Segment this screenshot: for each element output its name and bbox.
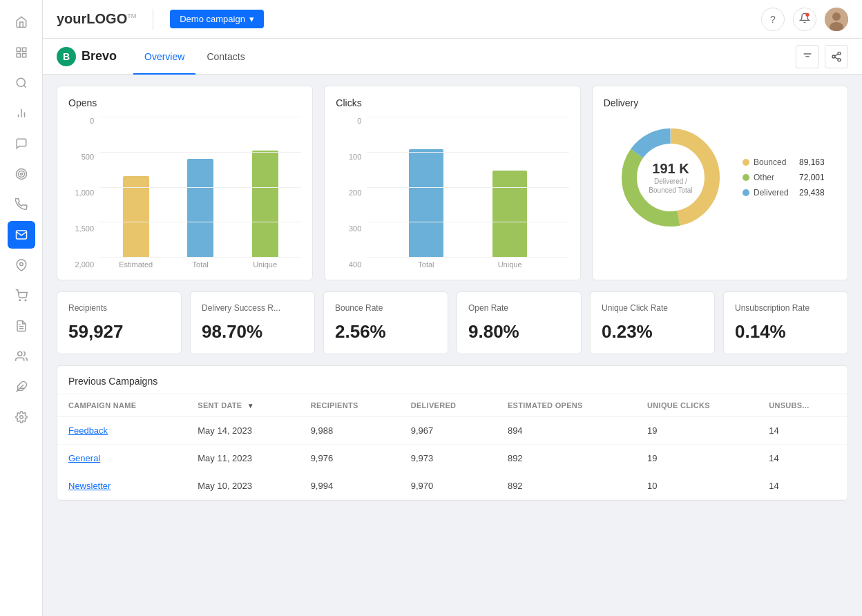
cell-recipients: 9,976	[300, 445, 400, 472]
demo-campaign-label: Demo campaign	[180, 14, 245, 24]
charts-row: Opens 2,000 1,500 1,000 500 0	[57, 86, 848, 280]
delivery-chart-title: Delivery	[604, 97, 836, 108]
stat-recipients: Recipients 59,927	[57, 291, 182, 354]
clicks-chart-title: Clicks	[336, 97, 568, 108]
legend-dot-delivered	[743, 189, 749, 196]
sidebar-item-chart[interactable]	[8, 99, 35, 127]
donut-chart: 191 K Delivered /Bounced Total	[615, 122, 726, 233]
share-button[interactable]	[825, 45, 848, 68]
cell-sent-date: May 11, 2023	[186, 445, 299, 472]
delivery-chart-card: Delivery	[592, 86, 848, 280]
sidebar-item-home[interactable]	[8, 8, 35, 36]
stat-unsub-rate: Unsubscription Rate 0.14%	[723, 291, 848, 354]
svg-point-11	[20, 173, 22, 175]
svg-line-32	[835, 54, 839, 56]
sidebar-item-target[interactable]	[8, 160, 35, 188]
cell-campaign-name: General	[57, 445, 186, 472]
tab-contacts-label: Contacts	[207, 51, 245, 62]
legend-dot-bounced	[743, 159, 749, 166]
opens-chart-title: Opens	[68, 97, 301, 108]
cell-sent-date: May 14, 2023	[186, 417, 299, 445]
header-divider	[153, 9, 153, 30]
bell-icon	[799, 12, 810, 26]
opens-label-estimated: Estimated	[111, 260, 161, 269]
filter-button[interactable]	[796, 45, 819, 68]
donut-legend: Bounced 89,163 Other 72,001 Delivered 29…	[743, 157, 825, 198]
thin-sidebar	[0, 0, 43, 616]
svg-rect-2	[17, 54, 20, 57]
opens-y-axis: 2,000 1,500 1,000 500 0	[68, 117, 99, 269]
sidebar-item-phone[interactable]	[8, 191, 35, 218]
table-header-row: CAMPAIGN NAME SENT DATE ▼ RECIPIENTS DEL…	[57, 394, 847, 417]
cell-unique-clicks: 19	[636, 417, 758, 445]
previous-campaigns-title: Previous Campaigns	[57, 366, 847, 394]
donut-area: 191 K Delivered /Bounced Total Bounced 8…	[604, 117, 836, 238]
cell-delivered: 9,970	[400, 472, 497, 500]
clicks-chart-card: Clicks 400 300 200 100 0	[324, 86, 580, 280]
sidebar-item-report[interactable]	[8, 312, 35, 340]
sidebar-item-chat[interactable]	[8, 130, 35, 157]
opens-bar-estimated	[123, 176, 149, 258]
cell-campaign-name: Newsletter	[57, 472, 186, 500]
clicks-bar-total	[409, 149, 443, 258]
sidebar-item-location[interactable]	[8, 251, 35, 279]
sidebar-item-search[interactable]	[8, 69, 35, 97]
sidebar-item-email[interactable]	[8, 221, 35, 249]
campaign-link-newsletter[interactable]: Newsletter	[68, 481, 111, 491]
table-row: Feedback May 14, 2023 9,988 9,967 894 19…	[57, 417, 847, 445]
svg-rect-1	[22, 48, 26, 51]
sidebar-item-cart[interactable]	[8, 282, 35, 309]
cell-estimated-opens: 892	[497, 472, 636, 500]
brand-initial: B	[63, 51, 70, 62]
col-sent-date[interactable]: SENT DATE ▼	[186, 394, 299, 417]
tab-overview[interactable]: Overview	[133, 39, 195, 75]
svg-point-17	[17, 352, 21, 356]
notification-button[interactable]	[793, 8, 816, 31]
svg-point-23	[832, 12, 841, 21]
donut-center: 191 K Delivered /Bounced Total	[649, 161, 692, 195]
cell-estimated-opens: 894	[497, 417, 636, 445]
user-avatar[interactable]	[825, 8, 848, 31]
svg-point-14	[25, 300, 26, 301]
stat-open-rate: Open Rate 9.80%	[457, 291, 582, 354]
cell-estimated-opens: 892	[497, 445, 636, 472]
stat-unique-click-rate: Unique Click Rate 0.23%	[590, 291, 715, 354]
cell-unique-clicks: 10	[636, 472, 758, 500]
tab-contacts[interactable]: Contacts	[195, 39, 256, 75]
cell-sent-date: May 10, 2023	[186, 472, 299, 500]
clicks-label-total: Total	[394, 260, 457, 269]
cell-delivered: 9,973	[400, 445, 497, 472]
opens-chart-card: Opens 2,000 1,500 1,000 500 0	[57, 86, 313, 280]
svg-point-20	[19, 416, 23, 419]
demo-campaign-button[interactable]: Demo campaign ▾	[170, 10, 264, 28]
clicks-y-axis: 400 300 200 100 0	[336, 117, 367, 269]
opens-label-unique: Unique	[240, 260, 290, 269]
top-header: yourLOGOTM Demo campaign ▾ ?	[43, 0, 862, 39]
sidebar-item-grid[interactable]	[8, 39, 35, 66]
sub-header: B Brevo Overview Contacts	[43, 39, 862, 75]
brand-logo: B	[57, 47, 76, 66]
header-icons: ?	[761, 8, 848, 31]
sidebar-item-settings[interactable]	[8, 403, 35, 431]
sidebar-item-plugins[interactable]	[8, 373, 35, 401]
donut-center-label: Delivered /Bounced Total	[649, 177, 692, 195]
table-row: Newsletter May 10, 2023 9,994 9,970 892 …	[57, 472, 847, 500]
campaign-link-feedback[interactable]: Feedback	[68, 425, 108, 436]
col-delivered: DELIVERED	[400, 394, 497, 417]
svg-point-21	[805, 13, 809, 17]
sidebar-item-users[interactable]	[8, 343, 35, 370]
help-icon: ?	[770, 14, 776, 25]
brand-name: Brevo	[82, 49, 117, 64]
col-unsubs: UNSUBS...	[758, 394, 847, 417]
opens-bar-total	[187, 159, 213, 258]
help-button[interactable]: ?	[761, 8, 785, 31]
dropdown-arrow-icon: ▾	[249, 14, 254, 24]
cell-delivered: 9,967	[400, 417, 497, 445]
cell-unsubs: 14	[758, 417, 847, 445]
tab-overview-label: Overview	[144, 51, 184, 62]
cell-recipients: 9,994	[300, 472, 400, 500]
col-estimated-opens: ESTIMATED OPENS	[497, 394, 636, 417]
campaign-link-general[interactable]: General	[68, 453, 100, 463]
stat-delivery-success: Delivery Success R... 98.70%	[190, 291, 315, 354]
opens-bar-unique	[252, 151, 278, 258]
